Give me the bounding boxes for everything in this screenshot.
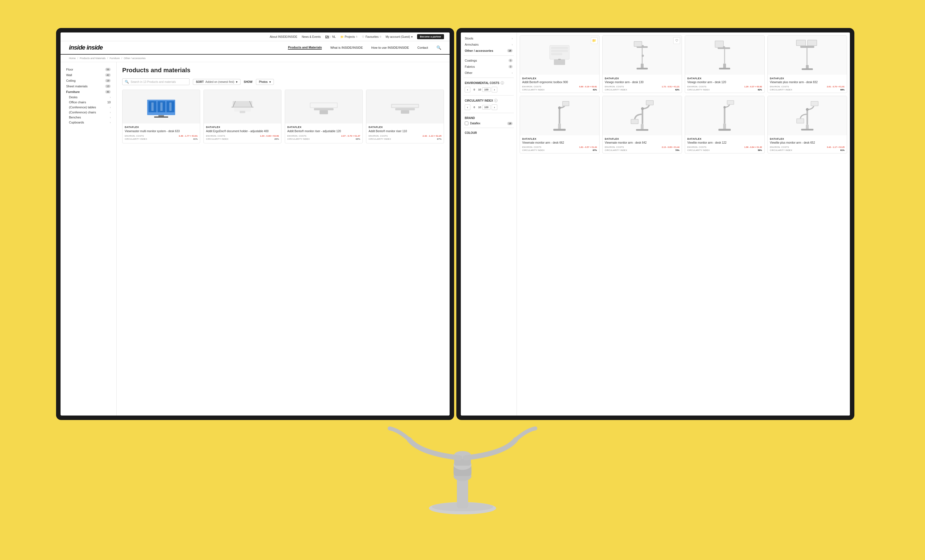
sidebar-sheet-materials[interactable]: Sheet materials 13 <box>66 83 111 89</box>
circ-next[interactable]: › <box>492 104 497 110</box>
filter-stools[interactable]: Stools › <box>464 35 514 41</box>
right-product-1[interactable]: 📁 DAT <box>520 35 600 93</box>
news-link[interactable]: News & Events <box>302 35 321 38</box>
svg-rect-34 <box>634 42 642 46</box>
filter-divider-1 <box>464 56 514 56</box>
sidebar-desks[interactable]: Desks › <box>66 95 111 100</box>
svg-rect-54 <box>559 108 560 123</box>
nav-how[interactable]: How to use INSIDE/INSIDE <box>371 46 409 49</box>
sidebar-ceiling[interactable]: Ceiling 19 <box>66 78 111 83</box>
right-product-5[interactable]: DATAFLEX Viewmate monitor arm - desk 662… <box>520 96 600 153</box>
product-image-1 <box>122 90 200 123</box>
projects-link[interactable]: 📁 Projects 5 <box>340 35 357 38</box>
product-card-2[interactable]: DATAFLEX Addit ErgoDoc® document holder … <box>203 90 282 143</box>
svg-point-65 <box>641 107 644 110</box>
sidebar-floor[interactable]: Floor 56 <box>66 67 111 72</box>
svg-rect-18 <box>319 110 328 114</box>
left-monitor-frame: About INSIDE/INSIDE News & Events EN / N… <box>56 28 454 420</box>
right-product-3[interactable]: DATAFLEX Viewgo monitor arm - desk 120 E… <box>685 35 765 93</box>
nav-contact[interactable]: Contact <box>417 46 428 49</box>
sidebar-conference-tables[interactable]: (Conference) tables › <box>66 105 111 110</box>
svg-rect-70 <box>728 101 734 104</box>
show-button[interactable]: Photos ▾ <box>256 79 274 85</box>
main-content: Floor 56 Wall 42 Ceiling 19 <box>60 62 450 416</box>
right-product-image-4 <box>768 36 847 75</box>
filter-armchairs[interactable]: Armchairs › <box>464 41 514 48</box>
sidebar-benches[interactable]: Benches › <box>66 115 111 120</box>
env-costs-min[interactable] <box>472 88 477 92</box>
sidebar-cupboards[interactable]: Cupboards › <box>66 120 111 125</box>
toolbar: 🔍 Search in 13 Products and materials SO… <box>122 78 444 85</box>
svg-rect-73 <box>801 129 814 131</box>
filter-other-sub[interactable]: Other › <box>464 70 514 76</box>
dual-monitor: About INSIDE/INSIDE News & Events EN / N… <box>56 28 869 420</box>
brand-dataflex[interactable]: Dataflex 18 <box>464 121 514 126</box>
breadcrumb-other[interactable]: Other / accessories <box>124 57 146 60</box>
nav-what[interactable]: What is INSIDE/INSIDE <box>330 46 363 49</box>
sort-button[interactable]: SORT Added on (newest first) ▾ <box>193 79 241 85</box>
chevron-down-icon: ▾ <box>236 80 237 83</box>
lang-switcher[interactable]: EN / NL <box>325 35 336 38</box>
right-product-info-8: DATAFLEX Viewlite plus monitor arm - des… <box>768 135 847 153</box>
filter-coatings[interactable]: Coatings 0 <box>464 57 514 63</box>
svg-rect-42 <box>715 41 723 47</box>
env-costs-next[interactable]: › <box>492 87 497 92</box>
svg-rect-8 <box>154 117 168 118</box>
right-product-7[interactable]: DATAFLEX Viewlite monitor arm - desk 122… <box>685 96 765 153</box>
search-icon[interactable]: 🔍 <box>437 45 441 50</box>
circ-min[interactable] <box>472 105 477 109</box>
filter-fabrics[interactable]: Fabrics 0 <box>464 63 514 70</box>
circ-range: ‹ 10 › <box>464 103 514 111</box>
about-link[interactable]: About INSIDE/INSIDE <box>270 35 297 38</box>
right-product-2[interactable]: ♡ <box>603 35 682 93</box>
breadcrumb-home[interactable]: Home <box>69 57 76 60</box>
right-product-info-1: DATAFLEX Addit Bento® ergonomic toolbox … <box>520 75 599 93</box>
partner-button[interactable]: Become a partner <box>417 34 444 39</box>
product-grid: DATAFLEX Viewmaster multi monitor system… <box>122 90 444 143</box>
sidebar-wall[interactable]: Wall 42 <box>66 72 111 78</box>
brand-dataflex-checkbox[interactable] <box>465 122 469 125</box>
favourites-link[interactable]: ♡ Favourites 0 <box>362 35 381 38</box>
right-product-image-8 <box>768 96 847 135</box>
colour-title: COLOUR <box>464 130 514 135</box>
folder-icon[interactable]: 📁 <box>591 37 598 44</box>
sidebar-furniture[interactable]: Furniture 46 <box>66 89 111 95</box>
svg-rect-76 <box>811 102 818 105</box>
env-costs-max[interactable] <box>482 87 491 92</box>
heart-icon[interactable]: ♡ <box>673 37 680 44</box>
breadcrumb-furniture[interactable]: Furniture <box>110 57 120 60</box>
right-product-image-3 <box>685 36 764 75</box>
svg-rect-24 <box>551 47 568 49</box>
svg-rect-53 <box>553 129 566 131</box>
circ-max[interactable] <box>482 105 491 110</box>
right-screen: Stools › Armchairs › Other / accessories… <box>461 33 850 416</box>
filter-other-accessories[interactable]: Other / accessories 18 <box>464 48 514 54</box>
breadcrumb-products[interactable]: Products and Materials <box>80 57 105 60</box>
product-card-1[interactable]: DATAFLEX Viewmaster multi monitor system… <box>122 90 200 143</box>
svg-point-43 <box>723 46 725 48</box>
svg-rect-51 <box>808 40 817 45</box>
right-product-8[interactable]: DATAFLEX Viewlite plus monitor arm - des… <box>767 96 847 153</box>
left-sidebar: Floor 56 Wall 42 Ceiling 19 <box>60 62 117 416</box>
right-product-info-5: DATAFLEX Viewmate monitor arm - desk 662… <box>520 135 599 153</box>
search-box[interactable]: 🔍 Search in 13 Products and materials <box>122 78 190 85</box>
product-card-3[interactable]: DATAFLEX Addit Bento® monitor riser - ad… <box>285 90 363 143</box>
svg-rect-49 <box>797 40 805 45</box>
product-card-4[interactable]: DATAFLEX Addit Bento® monitor riser 110 … <box>366 90 444 143</box>
nav-products[interactable]: Products and Materials <box>288 46 322 50</box>
right-product-4[interactable]: DATAFLEX Viewmate plus monitor arm - des… <box>767 35 847 93</box>
env-costs-range: ‹ 10 › <box>464 86 514 93</box>
env-costs-prev[interactable]: ‹ <box>465 87 470 92</box>
breadcrumb: Home / Products and Materials / Furnitur… <box>60 55 450 62</box>
sidebar-office-chairs[interactable]: Office chairs 10 <box>66 100 111 105</box>
svg-rect-27 <box>554 59 565 65</box>
svg-rect-45 <box>801 68 813 70</box>
my-account-link[interactable]: My account (Guest) ▾ <box>386 35 413 38</box>
nav-links: Products and Materials What is INSIDE/IN… <box>288 45 441 50</box>
sidebar-conference-chairs[interactable]: (Conference) chairs › <box>66 110 111 115</box>
circ-prev[interactable]: ‹ <box>465 104 470 110</box>
svg-rect-21 <box>395 108 415 110</box>
svg-rect-10 <box>233 101 252 107</box>
filter-divider-3 <box>464 95 514 96</box>
right-product-6[interactable]: DATAFLEX Viewmate monitor arm - desk 642… <box>603 96 682 153</box>
